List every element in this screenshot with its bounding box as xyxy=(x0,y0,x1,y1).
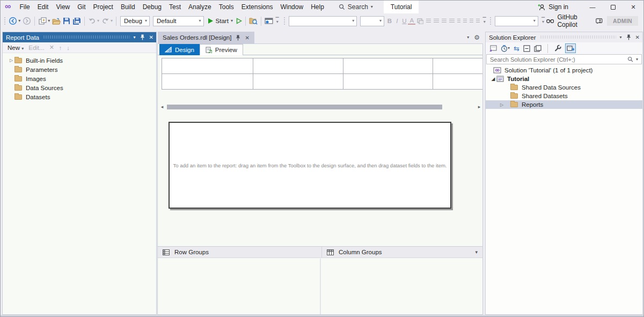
align-left-icon[interactable] xyxy=(426,19,431,24)
close-icon[interactable]: ✕ xyxy=(149,34,153,40)
document-tab[interactable]: Sales Orders.rdl [Design] ✕ xyxy=(158,32,254,43)
delete-icon[interactable]: ✕ xyxy=(49,44,54,51)
font-name-combo[interactable]: ▾ xyxy=(289,16,357,26)
menu-extensions[interactable]: Extensions xyxy=(238,1,277,13)
admin-button[interactable]: ADMIN xyxy=(607,16,638,26)
sync-with-active-document-icon[interactable]: ⇆ xyxy=(514,43,519,53)
tree-item-datasets[interactable]: Datasets xyxy=(3,92,156,101)
expander-icon[interactable]: ▷ xyxy=(499,102,505,107)
font-color-button[interactable]: A xyxy=(408,17,415,25)
pending-changes-filter-button[interactable]: ▾ xyxy=(501,43,510,53)
search-menu[interactable]: Search ▾ xyxy=(339,3,373,11)
table-cell[interactable] xyxy=(433,58,483,74)
menu-window[interactable]: Window xyxy=(276,1,307,13)
table-cell[interactable] xyxy=(253,58,343,74)
design-surface[interactable]: To add an item to the report: drag an it… xyxy=(169,122,451,209)
edit-button[interactable]: Edit... xyxy=(28,45,44,51)
bullet-list-icon[interactable] xyxy=(463,19,467,24)
decrease-indent-icon[interactable] xyxy=(470,19,473,24)
tree-item-reports[interactable]: ▷ Reports xyxy=(486,100,642,109)
tree-item-data-sources[interactable]: Data Sources xyxy=(3,83,156,92)
move-down-icon[interactable]: ↓ xyxy=(67,45,70,51)
solution-configuration-combo[interactable]: Debug ▾ xyxy=(120,16,150,26)
menu-view[interactable]: View xyxy=(52,1,74,13)
pin-icon[interactable] xyxy=(236,35,240,41)
menu-analyze[interactable]: Analyze xyxy=(185,1,215,13)
menu-debug[interactable]: Debug xyxy=(139,1,165,13)
save-all-button[interactable] xyxy=(71,15,82,27)
column-groups-header[interactable]: Column Groups ▾ xyxy=(321,247,482,257)
menu-help[interactable]: Help xyxy=(307,1,328,13)
menu-git[interactable]: Git xyxy=(74,1,89,13)
collapse-all-button[interactable] xyxy=(523,43,530,53)
tree-item-solution[interactable]: Solution 'Tutorial' (1 of 1 project) xyxy=(486,66,642,75)
row-groups-header[interactable]: Row Groups xyxy=(158,247,321,257)
tree-item-built-in-fields[interactable]: ▷ Built-in Fields xyxy=(3,56,156,65)
table-cell[interactable] xyxy=(343,58,433,74)
properties-button[interactable] xyxy=(534,43,541,53)
start-without-debugging-button[interactable] xyxy=(235,15,243,27)
expander-icon[interactable]: ▷ xyxy=(8,58,14,63)
align-right-icon[interactable] xyxy=(442,19,447,24)
navigate-forward-button[interactable] xyxy=(21,15,32,27)
table-cell[interactable] xyxy=(162,74,253,90)
toolbar-overflow-icon[interactable]: ▔▾ xyxy=(276,19,279,23)
scrollbar-track[interactable] xyxy=(165,105,477,109)
tree-item-project-tutorial[interactable]: ◢ Tutorial xyxy=(486,75,642,83)
table-cell[interactable] xyxy=(162,58,253,74)
window-position-icon[interactable]: ▾ xyxy=(134,35,136,40)
preview-selected-items-toggle[interactable] xyxy=(565,43,576,53)
numbered-list-icon[interactable] xyxy=(457,19,461,24)
browser-preview-button[interactable]: ▔▾ xyxy=(264,15,282,27)
background-color-button[interactable] xyxy=(415,15,425,27)
menu-build[interactable]: Build xyxy=(117,1,139,13)
new-menu-button[interactable]: New ▾ xyxy=(8,45,24,51)
scrollbar-thumb[interactable] xyxy=(167,105,442,109)
open-file-button[interactable] xyxy=(51,15,62,27)
sign-in-button[interactable]: Sign in xyxy=(538,3,568,11)
align-center-icon[interactable] xyxy=(434,19,438,24)
move-up-icon[interactable]: ↑ xyxy=(59,45,62,51)
row-groups-pane[interactable] xyxy=(158,259,321,314)
toolbar-overflow-icon[interactable]: ▔▾ xyxy=(541,19,545,23)
scroll-left-icon[interactable]: ◂ xyxy=(159,104,165,110)
solution-explorer-header[interactable]: Solution Explorer ▾ ✕ xyxy=(486,32,642,42)
minimize-button[interactable]: — xyxy=(582,1,603,13)
toolbar-grip[interactable] xyxy=(4,17,6,25)
gear-icon[interactable]: ⚙ xyxy=(474,34,480,41)
menu-project[interactable]: Project xyxy=(90,1,117,13)
show-all-files-button[interactable] xyxy=(554,43,561,53)
tree-item-shared-data-sources[interactable]: Shared Data Sources xyxy=(486,83,642,92)
grouping-options-icon[interactable]: ▾ xyxy=(475,249,478,255)
bold-button[interactable]: B xyxy=(386,18,393,24)
menu-file[interactable]: File xyxy=(16,1,33,13)
navigate-back-button[interactable]: ▾ xyxy=(8,15,21,27)
report-data-header[interactable]: Report Data ▾ ✕ xyxy=(3,32,156,42)
close-icon[interactable]: ✕ xyxy=(245,35,249,41)
tree-item-images[interactable]: Images xyxy=(3,74,156,83)
document-list-dropdown-icon[interactable]: ▾ xyxy=(467,35,469,40)
search-options-icon[interactable]: ▾ xyxy=(636,57,638,62)
close-icon[interactable]: ✕ xyxy=(635,34,640,40)
scroll-right-icon[interactable]: ▸ xyxy=(477,104,482,110)
table-cell[interactable] xyxy=(253,74,343,90)
align-justify-icon[interactable] xyxy=(449,19,454,24)
font-size-combo[interactable]: ▾ xyxy=(360,16,384,26)
redo-button[interactable]: ▾ xyxy=(100,15,114,27)
pin-icon[interactable] xyxy=(626,34,631,40)
tab-preview[interactable]: Preview xyxy=(200,44,243,55)
tree-item-shared-datasets[interactable]: Shared Datasets xyxy=(486,92,642,100)
underline-button[interactable]: U xyxy=(401,18,408,24)
restore-button[interactable] xyxy=(603,1,623,13)
github-copilot-button[interactable]: GitHub Copilot xyxy=(546,13,603,28)
solution-platform-combo[interactable]: Default ▾ xyxy=(153,16,204,26)
solution-search-input[interactable] xyxy=(490,56,625,63)
pin-icon[interactable] xyxy=(140,34,145,40)
menu-test[interactable]: Test xyxy=(165,1,185,13)
italic-button[interactable]: I xyxy=(393,18,401,24)
zoom-combo[interactable]: ▾ xyxy=(495,16,538,26)
tree-item-parameters[interactable]: Parameters xyxy=(3,65,156,74)
expander-icon[interactable]: ◢ xyxy=(490,76,496,82)
switch-views-button[interactable] xyxy=(489,43,497,53)
toolbar-grip[interactable] xyxy=(283,17,286,25)
